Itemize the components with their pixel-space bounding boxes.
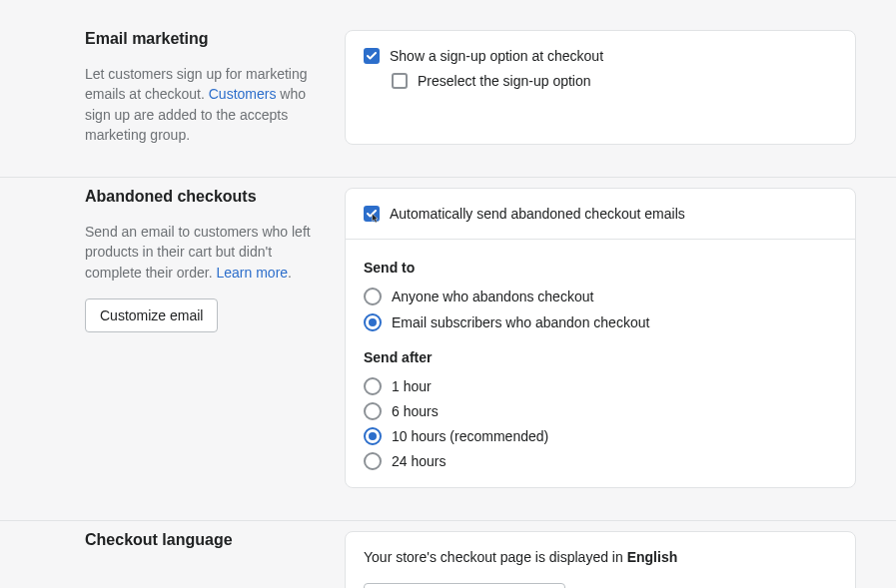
section-aside: Abandoned checkouts Send an email to cus…: [85, 188, 345, 487]
sendafter-6h-row: 6 hours: [364, 402, 837, 420]
section-checkout-language: Checkout language Your store's checkout …: [0, 521, 896, 589]
auto-send-checkbox[interactable]: [364, 206, 380, 222]
sendto-subscribers-label: Email subscribers who abandon checkout: [392, 313, 649, 331]
sendafter-24h-radio[interactable]: [364, 452, 382, 470]
preselect-row: Preselect the sign-up option: [392, 72, 837, 90]
card-block: Your store's checkout page is displayed …: [346, 532, 855, 589]
card-block: Show a sign-up option at checkout Presel…: [346, 31, 855, 106]
sendafter-24h-label: 24 hours: [392, 452, 446, 470]
abandoned-card: Automatically send abandoned checkout em…: [345, 188, 856, 487]
section-title: Abandoned checkouts: [85, 188, 325, 206]
sendto-subscribers-radio[interactable]: [364, 313, 382, 331]
sendafter-6h-label: 6 hours: [392, 402, 439, 420]
checkmark-icon: [367, 52, 377, 60]
customize-email-button[interactable]: Customize email: [85, 298, 218, 332]
section-title: Checkout language: [85, 531, 325, 549]
sendto-anyone-row: Anyone who abandons checkout: [364, 288, 837, 305]
section-abandoned-checkouts: Abandoned checkouts Send an email to cus…: [0, 178, 896, 520]
section-title: Email marketing: [85, 30, 325, 48]
section-description: Send an email to customers who left prod…: [85, 222, 325, 283]
learn-more-link[interactable]: Learn more: [217, 265, 289, 281]
language-text-prefix: Your store's checkout page is displayed …: [364, 549, 627, 565]
customers-link[interactable]: Customers: [209, 86, 277, 102]
section-aside: Email marketing Let customers sign up fo…: [85, 30, 345, 145]
section-description: Let customers sign up for marketing emai…: [85, 64, 325, 145]
sendto-anyone-radio[interactable]: [364, 288, 382, 305]
sendto-subscribers-row: Email subscribers who abandon checkout: [364, 313, 837, 331]
sendafter-10h-label: 10 hours (recommended): [392, 427, 548, 445]
language-card: Your store's checkout page is displayed …: [345, 531, 856, 589]
sendafter-1h-radio[interactable]: [364, 377, 382, 395]
preselect-checkbox[interactable]: [392, 73, 408, 89]
sendafter-6h-radio[interactable]: [364, 402, 382, 420]
sendto-anyone-label: Anyone who abandons checkout: [392, 288, 593, 305]
section-aside: Checkout language: [85, 531, 345, 589]
sendafter-10h-radio[interactable]: [364, 427, 382, 445]
auto-send-row: Automatically send abandoned checkout em…: [364, 205, 837, 223]
show-signup-row: Show a sign-up option at checkout: [364, 47, 837, 65]
send-to-title: Send to: [364, 260, 837, 276]
checkmark-icon: [367, 210, 377, 218]
sendafter-1h-row: 1 hour: [364, 377, 837, 395]
sendafter-24h-row: 24 hours: [364, 452, 837, 470]
sendafter-10h-row: 10 hours (recommended): [364, 427, 837, 445]
auto-send-label: Automatically send abandoned checkout em…: [390, 205, 685, 223]
desc-text: .: [288, 265, 292, 281]
show-signup-label: Show a sign-up option at checkout: [390, 47, 603, 65]
manage-language-button[interactable]: Manage checkout language: [364, 583, 565, 588]
current-language: English: [627, 549, 678, 565]
email-marketing-card: Show a sign-up option at checkout Presel…: [345, 30, 856, 145]
show-signup-checkbox[interactable]: [364, 48, 380, 64]
section-email-marketing: Email marketing Let customers sign up fo…: [0, 20, 896, 178]
card-block-top: Automatically send abandoned checkout em…: [346, 189, 855, 240]
send-after-title: Send after: [364, 349, 837, 365]
card-block-options: Send to Anyone who abandons checkout Ema…: [346, 240, 855, 486]
sendafter-1h-label: 1 hour: [392, 377, 432, 395]
language-text: Your store's checkout page is displayed …: [364, 548, 837, 568]
preselect-label: Preselect the sign-up option: [418, 72, 591, 90]
